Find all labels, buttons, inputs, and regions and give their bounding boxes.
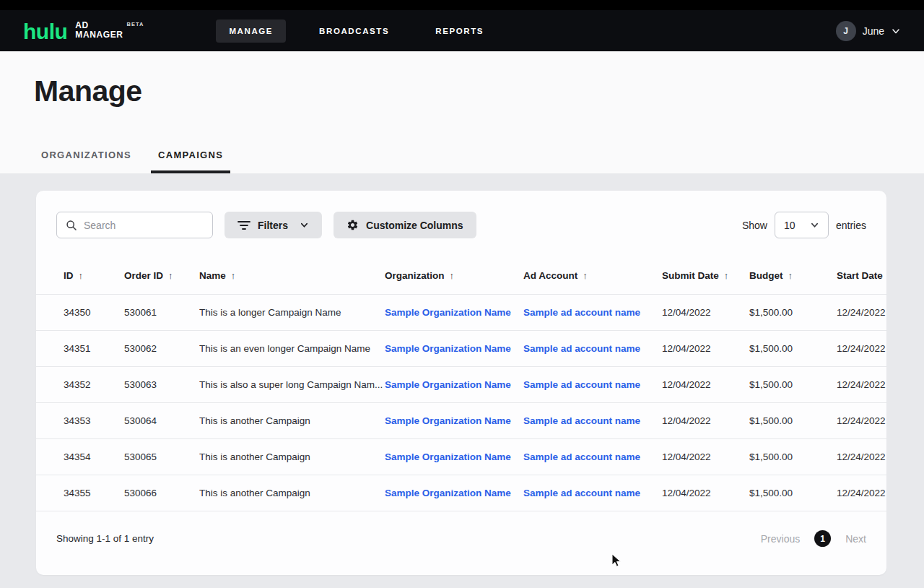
sort-arrow-icon: ↑ (450, 270, 455, 281)
organization-link[interactable]: Sample Organization Name (385, 415, 511, 426)
table-toolbar: Filters Customize Columns Show 10 entrie… (36, 191, 886, 238)
cell-id: 34350 (36, 294, 124, 330)
chevron-down-icon (891, 26, 901, 36)
campaigns-panel: Filters Customize Columns Show 10 entrie… (36, 191, 886, 575)
gear-icon (346, 219, 359, 231)
cell-name: This is another Campaign (199, 402, 385, 438)
cell-name: This is an even longer Campaign Name (199, 330, 385, 366)
search-box (56, 212, 213, 238)
cell-submit-date: 12/04/2022 (662, 366, 749, 402)
table-row: 34355 530066 This is another Campaign Sa… (36, 475, 886, 511)
ad-account-link[interactable]: Sample ad account name (523, 451, 640, 462)
cell-budget: $1,500.00 (749, 475, 837, 511)
page-size-select[interactable]: 10 (775, 212, 829, 238)
page-title: Manage (34, 51, 890, 108)
column-header-id[interactable]: ID↑ (36, 258, 124, 294)
cell-start-date: 12/24/2022 (837, 438, 886, 475)
cell-name: This is a longer Campaign Name (199, 294, 385, 330)
top-black-strip (0, 0, 924, 10)
cell-start-date: 12/24/2022 (837, 294, 886, 330)
page-size-control: Show 10 entries (742, 212, 866, 238)
cell-start-date: 12/24/2022 (837, 402, 886, 438)
table-header-row: ID↑ Order ID↑ Name↑ Organization↑ Ad Acc… (36, 258, 886, 294)
column-header-submit-date[interactable]: Submit Date↑ (662, 258, 749, 294)
column-header-order-id[interactable]: Order ID↑ (124, 258, 199, 294)
cell-id: 34352 (36, 366, 124, 402)
hulu-ad-manager-logo[interactable]: hulu AD MANAGER BETA (23, 20, 144, 43)
cell-submit-date: 12/04/2022 (662, 330, 749, 366)
table-row: 34350 530061 This is a longer Campaign N… (36, 294, 886, 330)
sort-arrow-icon: ↑ (79, 270, 84, 281)
cell-budget: $1,500.00 (749, 402, 837, 438)
user-menu[interactable]: J June (836, 21, 901, 41)
customize-columns-button[interactable]: Customize Columns (334, 212, 476, 238)
page-header: Manage ORGANIZATIONS CAMPAIGNS (0, 51, 924, 173)
cell-budget: $1,500.00 (749, 366, 837, 402)
table-row: 34353 530064 This is another Campaign Sa… (36, 402, 886, 438)
cell-start-date: 12/24/2022 (837, 366, 886, 402)
cell-budget: $1,500.00 (749, 294, 837, 330)
column-header-ad-account[interactable]: Ad Account↑ (523, 258, 662, 294)
cell-submit-date: 12/04/2022 (662, 475, 749, 511)
nav-item-manage[interactable]: MANAGE (216, 20, 286, 43)
cell-order-id: 530065 (124, 438, 199, 475)
page-number-button[interactable]: 1 (814, 530, 831, 547)
search-input[interactable] (84, 220, 204, 231)
cell-submit-date: 12/04/2022 (662, 294, 749, 330)
column-header-start-date[interactable]: Start Date (837, 258, 886, 294)
table-footer: Showing 1-1 of 1 entry Previous 1 Next (36, 511, 886, 566)
cell-id: 34353 (36, 402, 124, 438)
nav-item-broadcasts[interactable]: BROADCASTS (306, 20, 402, 43)
primary-nav: MANAGE BROADCASTS REPORTS (216, 20, 497, 43)
cell-start-date: 12/24/2022 (837, 475, 886, 511)
sort-arrow-icon: ↑ (231, 270, 236, 281)
cell-order-id: 530062 (124, 330, 199, 366)
organization-link[interactable]: Sample Organization Name (385, 488, 511, 498)
column-header-name[interactable]: Name↑ (199, 258, 385, 294)
user-name: June (863, 25, 884, 37)
page-tabs: ORGANIZATIONS CAMPAIGNS (34, 150, 230, 173)
cell-name: This is another Campaign (199, 438, 385, 475)
ad-account-link[interactable]: Sample ad account name (523, 307, 640, 318)
cell-id: 34351 (36, 330, 124, 366)
table-row: 34352 530063 This is also a super long C… (36, 366, 886, 402)
top-nav-bar: hulu AD MANAGER BETA MANAGE BROADCASTS R… (0, 10, 924, 51)
tab-campaigns[interactable]: CAMPAIGNS (151, 150, 230, 173)
organization-link[interactable]: Sample Organization Name (385, 343, 511, 354)
cell-submit-date: 12/04/2022 (662, 438, 749, 475)
chevron-down-icon (810, 220, 819, 230)
ad-account-link[interactable]: Sample ad account name (523, 379, 640, 390)
cell-start-date: 12/24/2022 (837, 330, 886, 366)
sort-arrow-icon: ↑ (583, 270, 588, 281)
beta-badge: BETA (127, 21, 144, 27)
previous-page-button[interactable]: Previous (761, 533, 800, 545)
search-icon (66, 220, 77, 231)
organization-link[interactable]: Sample Organization Name (385, 451, 511, 462)
column-header-organization[interactable]: Organization↑ (385, 258, 523, 294)
cell-name: This is another Campaign (199, 475, 385, 511)
sort-arrow-icon: ↑ (724, 270, 729, 281)
cell-order-id: 530063 (124, 366, 199, 402)
table-row: 34351 530062 This is an even longer Camp… (36, 330, 886, 366)
showing-entries-text: Showing 1-1 of 1 entry (56, 533, 154, 544)
organization-link[interactable]: Sample Organization Name (385, 379, 511, 390)
organization-link[interactable]: Sample Organization Name (385, 307, 511, 318)
filters-button[interactable]: Filters (225, 212, 322, 238)
column-header-budget[interactable]: Budget↑ (749, 258, 837, 294)
avatar: J (836, 21, 856, 41)
chevron-down-icon (300, 220, 309, 230)
ad-account-link[interactable]: Sample ad account name (523, 343, 640, 354)
sort-arrow-icon: ↑ (788, 270, 793, 281)
nav-item-reports[interactable]: REPORTS (422, 20, 497, 43)
ad-account-link[interactable]: Sample ad account name (523, 415, 640, 426)
cell-name: This is also a super long Campaign Nam..… (199, 366, 385, 402)
hulu-logo: hulu (23, 21, 67, 43)
tab-organizations[interactable]: ORGANIZATIONS (34, 150, 139, 173)
table-row: 34354 530065 This is another Campaign Sa… (36, 438, 886, 475)
ad-account-link[interactable]: Sample ad account name (523, 488, 640, 498)
next-page-button[interactable]: Next (845, 533, 866, 545)
product-name: AD MANAGER (75, 21, 123, 40)
show-label: Show (742, 220, 767, 231)
filter-icon (237, 220, 250, 231)
cell-budget: $1,500.00 (749, 438, 837, 475)
